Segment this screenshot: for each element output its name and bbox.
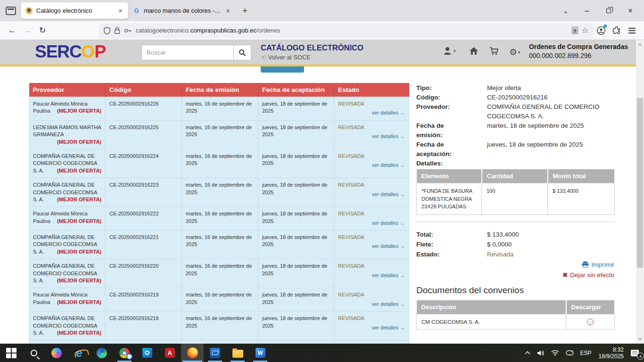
detalles-label: Detalles: [416, 159, 463, 168]
close-button[interactable]: × [619, 3, 641, 19]
arrow-right-icon: → [400, 272, 405, 278]
order-detail-panel: Tipo:Mejor oferta Código:CE-202500029162… [416, 83, 614, 330]
tab-list-chevron-icon[interactable]: ⌄ [555, 7, 576, 15]
user-menu-icon[interactable]: ▾ [443, 47, 456, 55]
tab-close-icon[interactable]: × [117, 7, 124, 15]
word-icon[interactable]: W [249, 344, 272, 362]
internet-explorer-icon[interactable]: e [68, 344, 91, 362]
imprimir-link[interactable]: Imprimir [582, 261, 614, 268]
scanner-app-icon[interactable] [204, 344, 226, 362]
orders-header-row: Proveedor Código Fecha de emisión Fecha … [29, 83, 409, 97]
firefox-icon[interactable] [181, 344, 204, 362]
download-icon[interactable]: ↓ [587, 319, 594, 325]
sercop-logo[interactable]: SERCOP [35, 42, 106, 62]
new-tab-button[interactable]: + [236, 6, 254, 16]
notification-center-icon[interactable]: 4 [627, 344, 642, 362]
status-cell: REVISADA ver detalles → [334, 340, 409, 344]
start-button[interactable] [0, 344, 23, 362]
table-row: COMPAÑIA GENERAL DE COMERCIO COGECOMSA S… [29, 178, 409, 207]
shield-icon[interactable] [104, 27, 110, 34]
restore-button[interactable] [598, 3, 619, 19]
clock[interactable]: 8:3218/9/2025 [595, 344, 627, 362]
outlook-icon[interactable]: O [136, 344, 158, 362]
ver-detalles-link[interactable]: ver detalles → [338, 220, 405, 227]
acceptance-date: jueves, 18 de septiembre de 2025 [258, 178, 334, 207]
language-indicator[interactable]: ESP [577, 344, 595, 362]
scroll-down-icon[interactable] [636, 335, 644, 343]
tipo-value: Mejor oferta [487, 83, 614, 93]
forward-button[interactable]: → [20, 24, 35, 38]
emision-value: martes, 16 de septiembre de 2025 [487, 121, 614, 140]
copilot-icon[interactable] [45, 344, 68, 362]
taskbar-search-icon[interactable] [23, 344, 45, 362]
emission-date: martes, 16 de septiembre de 2025 [182, 312, 258, 340]
ver-detalles-link[interactable]: ver detalles → [338, 272, 405, 279]
volume-icon[interactable] [534, 344, 548, 362]
scroll-up-icon[interactable] [636, 41, 644, 49]
settings-gear-icon[interactable]: ⚙▾ [509, 47, 520, 58]
reader-mode-icon[interactable] [572, 27, 578, 34]
emission-date: martes, 16 de septiembre de 2025 [182, 288, 258, 312]
menu-hamburger-icon[interactable] [624, 24, 639, 38]
docs-body: CM COGECOMSA S. A. ↓ [417, 314, 615, 330]
status-cell: REVISADA ver detalles → [334, 230, 409, 259]
chrome-icon[interactable] [113, 344, 136, 362]
dejar-sin-efecto-link[interactable]: ✖ Dejar sin efecto [562, 271, 614, 279]
emission-date: martes, 16 de septiembre de 2025 [182, 120, 258, 149]
date: 18/9/2025 [599, 353, 624, 360]
best-offer-label: (MEJOR OFERTA) [57, 107, 101, 115]
tab-busqueda[interactable]: G marco manos de colores - Busca × [128, 2, 236, 19]
ver-detalles-link[interactable]: ver detalles → [338, 109, 405, 116]
time: 8:32 [613, 346, 624, 353]
acceptance-date: jueves, 18 de septiembre de 2025 [258, 120, 334, 149]
ver-detalles-link[interactable]: ver detalles → [338, 191, 405, 198]
tab-catalogo[interactable]: Catálogo electrónico × [21, 2, 128, 19]
arrow-right-icon: → [400, 243, 405, 249]
file-explorer-icon[interactable] [226, 344, 249, 362]
acceptance-date: jueves, 18 de septiembre de 2025 [258, 149, 334, 178]
browser-window: Catálogo electrónico × G marco manos de … [0, 0, 644, 362]
key-icon[interactable] [124, 28, 132, 33]
vertical-scrollbar[interactable] [636, 40, 644, 344]
status-cell: REVISADA ver detalles → [334, 97, 409, 121]
minimize-button[interactable]: – [576, 3, 598, 19]
page-viewport: SERCOP CATÁLOGO ELECTRÓNICO ☜Volver al S… [0, 40, 644, 344]
table-row: COMPAÑIA GENERAL DE COMERCIO COGECOMSA S… [29, 149, 409, 178]
status-badge: REVISADA [338, 181, 405, 189]
ver-detalles-link[interactable]: ver detalles → [338, 133, 405, 140]
bookmark-star-icon[interactable]: ☆ [582, 26, 588, 35]
search-input[interactable] [141, 45, 234, 60]
url-bar[interactable]: catalogoelectronico.compraspublicas.gob.… [99, 23, 593, 38]
col-fecha-emision: Fecha de emisión [182, 83, 258, 97]
volver-soce-link[interactable]: ☜Volver al SOCE [261, 54, 363, 61]
lock-icon[interactable] [114, 27, 120, 34]
reload-button[interactable]: ↻ [35, 24, 50, 38]
back-button[interactable]: ← [5, 24, 20, 38]
connect-display-icon[interactable] [562, 344, 577, 362]
status-cell: REVISADA ver detalles → [334, 259, 409, 288]
firefox-view-icon[interactable] [6, 7, 16, 15]
search-button[interactable] [234, 45, 251, 60]
status-cell: REVISADA ver detalles → [334, 120, 409, 149]
clipped-blue-button[interactable] [261, 66, 304, 73]
ver-detalles-link[interactable]: ver detalles → [338, 162, 405, 169]
extensions-puzzle-icon[interactable] [609, 24, 624, 38]
ver-detalles-link[interactable]: ver detalles → [338, 243, 405, 250]
hand-icon: ☜ [261, 54, 266, 61]
scrollbar-thumb[interactable] [637, 98, 643, 268]
ver-detalles-link[interactable]: ver detalles → [338, 301, 405, 308]
wifi-icon[interactable] [548, 344, 562, 362]
edge-icon[interactable] [91, 344, 113, 362]
order-code: CE-20250002916219 [106, 288, 182, 312]
ver-detalles-link[interactable]: ver detalles → [338, 324, 405, 331]
tab-close-icon[interactable]: × [225, 7, 231, 15]
account-icon[interactable] [593, 24, 609, 38]
best-offer-label: (MEJOR OFERTA) [57, 196, 101, 203]
cart-icon[interactable] [489, 47, 499, 58]
acrobat-icon[interactable]: A [158, 344, 181, 362]
acceptance-date: jueves, 18 de septiembre de 2025 [258, 340, 334, 344]
home-icon[interactable] [469, 47, 479, 57]
table-row: COMPAÑIA GENERAL DE COMERCIO COGECOMSA S… [29, 312, 409, 340]
table-row: Paucar Almeida Mónica Paulina (MEJOR OFE… [29, 207, 409, 230]
tray-chevron-icon[interactable] [521, 344, 534, 362]
